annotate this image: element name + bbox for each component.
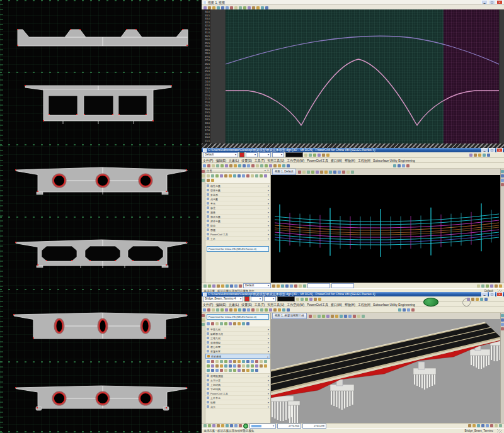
view-tab[interactable]: 视图 1, Default: [272, 169, 296, 175]
toolbar-icon[interactable]: [501, 174, 504, 177]
task-item[interactable]: 标注 ▾: [205, 206, 270, 210]
close-button[interactable]: ✕: [496, 148, 503, 152]
toolbar-icon[interactable]: [208, 6, 211, 9]
toolbar-icon[interactable]: [406, 164, 410, 167]
toolbar-icon[interactable]: [203, 424, 207, 427]
menu-item[interactable]: 编辑(E): [215, 303, 226, 306]
toolbar-icon[interactable]: [251, 369, 254, 372]
toolbar-icon[interactable]: [217, 284, 220, 288]
toolbar-icon[interactable]: [234, 284, 238, 288]
task-item[interactable]: 多边形 ▾: [205, 193, 270, 197]
task-item[interactable]: PowerCivil 工具 ▾: [205, 391, 270, 396]
active-color-swatch[interactable]: [239, 152, 244, 157]
attribute-icons-right[interactable]: [469, 154, 490, 157]
toolbar-icon[interactable]: [246, 322, 249, 325]
toolbar-icon[interactable]: [212, 284, 215, 288]
toolbar-icon[interactable]: [278, 308, 281, 312]
view-side-strip[interactable]: [500, 169, 504, 283]
toolbar-icon[interactable]: [233, 364, 236, 368]
toolbar-icon[interactable]: [309, 154, 312, 157]
task-item[interactable]: 单元 ▾: [205, 201, 270, 206]
toolbar-icon[interactable]: [226, 424, 229, 427]
toolbar-icon[interactable]: [411, 308, 415, 312]
toolbar-icon[interactable]: [481, 284, 484, 288]
pin-icon[interactable]: ▾: [265, 169, 266, 172]
toolbar-icon[interactable]: [260, 174, 263, 177]
toolbar-icon[interactable]: [229, 322, 232, 325]
minimize-button[interactable]: ▁: [481, 148, 488, 152]
attribute-icons[interactable]: [304, 154, 329, 157]
snap-icons-right[interactable]: [468, 424, 502, 427]
toolbar-icon[interactable]: [501, 327, 504, 330]
toolbar-icon[interactable]: [305, 298, 308, 301]
task-item[interactable]: PowerCivil 工具 ▾: [205, 232, 270, 237]
app-titlebar[interactable]: C:\Users\Administrator\Desktop\桥梁模型\桥梁总体…: [202, 148, 504, 152]
toolbar-icon[interactable]: [203, 6, 207, 9]
toolbar-icon[interactable]: [246, 364, 249, 368]
toolbar-icon[interactable]: [256, 6, 260, 9]
toolbar-icon[interactable]: [229, 369, 232, 372]
toolbar-icon[interactable]: [246, 174, 249, 177]
horizontal-scrollbar-hatch[interactable]: [202, 143, 504, 148]
toolbar-icon[interactable]: [234, 6, 238, 9]
toolbar-icon[interactable]: [324, 171, 328, 174]
primary-tool-icons[interactable]: [203, 308, 290, 312]
toolbar-icon[interactable]: [211, 360, 214, 363]
view-control-icons[interactable]: [298, 171, 354, 174]
toolbar-icon[interactable]: [251, 308, 255, 312]
toolbar-icon[interactable]: [301, 298, 304, 301]
snap-icons-right[interactable]: [477, 284, 502, 288]
toolbar-icon[interactable]: [224, 364, 227, 368]
toolbar-icon[interactable]: [501, 170, 504, 173]
task-item[interactable]: 平面几何 ▾: [205, 327, 270, 332]
toolbar-icon[interactable]: [282, 164, 285, 167]
task-item[interactable]: 道路模型 ▾: [205, 340, 270, 345]
toolbar-icon[interactable]: [272, 284, 275, 288]
toolbar-icon[interactable]: [233, 322, 236, 325]
toolbar-icon[interactable]: [477, 424, 480, 427]
toolbar-icon[interactable]: [208, 284, 211, 288]
task-quick-icons[interactable]: [205, 321, 270, 327]
toolbar-icon[interactable]: [318, 298, 321, 301]
toolbar-icon[interactable]: [294, 284, 297, 288]
toolbar-icon[interactable]: [221, 284, 224, 288]
task-item[interactable]: 三维几何 ▾: [205, 336, 270, 340]
toolbar-icon[interactable]: [333, 171, 336, 174]
toolbar-icon[interactable]: [316, 171, 319, 174]
render-canvas[interactable]: [271, 319, 501, 423]
menu-item[interactable]: 文件(F): [203, 159, 213, 162]
toolbar-icon[interactable]: [326, 154, 329, 157]
snap-level-dropdown[interactable]: Default▾: [243, 283, 271, 288]
toolbar-icon[interactable]: [296, 298, 299, 301]
toolbar-icon[interactable]: [246, 369, 249, 372]
toolbar-icon[interactable]: [247, 164, 250, 167]
toolbar-icon[interactable]: [203, 164, 206, 167]
menu-item[interactable]: 帮助(H): [345, 303, 355, 306]
toolbar-icon[interactable]: [234, 164, 237, 167]
right-scroll-strip[interactable]: [499, 9, 504, 143]
menu-item[interactable]: 窗口(W): [331, 303, 342, 306]
toolbar-icon[interactable]: [403, 308, 406, 312]
toolbar-icon[interactable]: [243, 308, 246, 312]
toolbar-icon[interactable]: [304, 154, 307, 157]
toolbar-icon[interactable]: [273, 164, 277, 167]
menu-item[interactable]: 元素(L): [229, 159, 239, 162]
toolbar-icon[interactable]: [242, 369, 245, 372]
toolbar-icon[interactable]: [256, 164, 259, 167]
toolbar-icon[interactable]: [484, 298, 488, 301]
toolbar-icon[interactable]: [207, 364, 210, 368]
toolbar-icon[interactable]: [251, 164, 255, 167]
toolbar-icon[interactable]: [238, 174, 241, 177]
toolbar-icon[interactable]: [255, 369, 258, 372]
collapse-icon[interactable]: ▴: [267, 355, 268, 358]
readout-field[interactable]: [331, 283, 354, 288]
toolbar-icon[interactable]: [260, 308, 263, 312]
toolbar-icon[interactable]: [402, 164, 405, 167]
toolbar-icon[interactable]: [329, 171, 332, 174]
toolbar-icon[interactable]: [499, 424, 502, 427]
menu-item[interactable]: 文件(F): [203, 303, 213, 306]
toolbar-icon[interactable]: [234, 308, 237, 312]
toolbar-icon[interactable]: [299, 284, 302, 288]
menu-item[interactable]: Subsurface Utility Engineering: [373, 159, 415, 162]
toolbar-icon[interactable]: [203, 284, 207, 288]
